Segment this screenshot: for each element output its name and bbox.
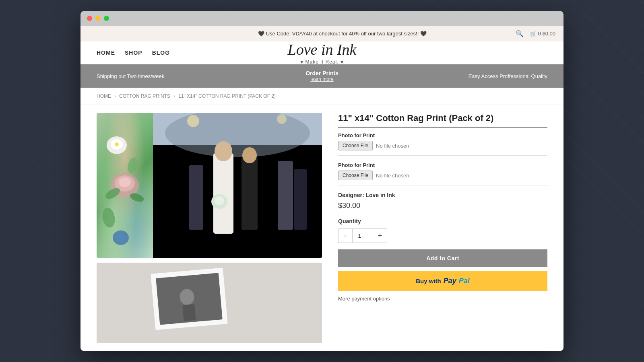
photo-upload-1: Photo for Print Choose File No file chos… (338, 132, 547, 156)
svg-point-9 (117, 234, 125, 241)
logo-text: Love in Ink (288, 41, 357, 58)
svg-rect-30 (182, 304, 196, 321)
shipping-info: Shipping out Two times/week (97, 73, 247, 79)
designer-name: Designer: Love in Ink (338, 192, 547, 198)
floral-image (97, 113, 153, 258)
breadcrumb-current: 11" X14" COTTON RAG PRINT (PACK OF 2) (178, 93, 276, 99)
main-content: 11" x14" Cotton Rag Print (Pack of 2) Ph… (80, 105, 564, 351)
svg-point-11 (101, 207, 116, 228)
order-prints-title: Order Prints (247, 70, 397, 76)
svg-rect-19 (189, 165, 203, 230)
paypal-button[interactable]: Buy with PayPal (338, 271, 547, 291)
breadcrumb-sep-1: › (114, 93, 116, 99)
browser-window: 🖤 Use Code: VDAY40 at checkout for 40% o… (80, 11, 564, 351)
maximize-button[interactable] (104, 16, 109, 21)
breadcrumb-sep-2: › (173, 93, 175, 99)
svg-point-18 (242, 147, 257, 163)
product-price: $30.00 (338, 202, 547, 210)
breadcrumb-category[interactable]: COTTON RAG PRINTS (119, 93, 170, 99)
add-to-cart-button[interactable]: Add to Cart (338, 249, 547, 267)
product-details: 11" x14" Cotton Rag Print (Pack of 2) Ph… (338, 113, 547, 343)
quality-info: Easy Access Proffessional Quality (397, 73, 547, 79)
file-input-row-1: Choose File No file chosen (338, 141, 547, 156)
quantity-controls: - + (338, 228, 547, 243)
choose-file-btn-1[interactable]: Choose File (338, 141, 373, 150)
browser-chrome (80, 11, 564, 26)
svg-rect-15 (213, 153, 233, 234)
secondary-nav: Shipping out Two times/week Order Prints… (80, 64, 564, 88)
minimize-button[interactable] (95, 16, 101, 21)
logo-tagline: ♥ Make it Real. ♥ (288, 59, 357, 65)
secondary-product-image (97, 263, 322, 343)
breadcrumb: HOME › COTTON RAG PRINTS › 11" X14" COTT… (80, 88, 564, 105)
svg-point-16 (215, 141, 232, 161)
quantity-input[interactable] (353, 228, 373, 243)
svg-point-24 (187, 115, 199, 127)
nav-home[interactable]: HOME (97, 49, 115, 56)
announcement-bar: 🖤 Use Code: VDAY40 at checkout for 40% o… (80, 26, 564, 41)
cart-icon[interactable]: 🛒 0 $0.00 (530, 31, 555, 37)
svg-point-10 (126, 156, 140, 175)
quantity-section: Quantity - + (338, 218, 547, 243)
quantity-decrease-button[interactable]: - (338, 228, 353, 243)
buy-with-text: Buy with (416, 278, 441, 284)
file-input-row-2: Choose File No file chosen (338, 171, 547, 185)
site-logo: Love in Ink ♥ Make it Real. ♥ (288, 41, 357, 65)
order-prints-col: Order Prints learn more (247, 70, 397, 82)
wedding-image (153, 113, 322, 258)
svg-point-7 (115, 142, 119, 146)
photo-upload-2: Photo for Print Choose File No file chos… (338, 162, 547, 185)
more-payment-link[interactable]: More payment options (338, 296, 547, 302)
photo-label-1: Photo for Print (338, 132, 547, 138)
announcement-text: 🖤 Use Code: VDAY40 at checkout for 40% o… (169, 31, 516, 37)
breadcrumb-home[interactable]: HOME (97, 93, 111, 99)
header-icons: 🔍 🛒 0 $0.00 (516, 30, 555, 37)
learn-more-link[interactable]: learn more (247, 76, 397, 82)
primary-nav: HOME SHOP BLOG (97, 49, 170, 56)
quantity-increase-button[interactable]: + (373, 228, 387, 243)
product-title: 11" x14" Cotton Rag Print (Pack of 2) (338, 113, 547, 128)
svg-point-2 (119, 177, 131, 187)
no-file-text-1: No file chosen (376, 143, 409, 149)
nav-blog[interactable]: BLOG (152, 49, 170, 56)
main-product-image (97, 113, 322, 258)
svg-rect-21 (294, 169, 307, 230)
no-file-text-2: No file chosen (376, 173, 409, 179)
svg-point-23 (215, 196, 224, 205)
paypal-logo: Pay (444, 277, 456, 285)
nav-shop[interactable]: SHOP (125, 49, 142, 56)
svg-point-25 (277, 114, 287, 124)
product-images (97, 113, 322, 343)
close-button[interactable] (87, 16, 92, 21)
search-icon[interactable]: 🔍 (516, 30, 524, 37)
choose-file-btn-2[interactable]: Choose File (338, 171, 373, 180)
svg-rect-17 (242, 157, 258, 230)
quantity-label: Quantity (338, 218, 547, 224)
photo-label-2: Photo for Print (338, 162, 547, 168)
site-header: HOME SHOP BLOG Love in Ink ♥ Make it Rea… (80, 41, 564, 64)
svg-rect-20 (278, 161, 293, 230)
